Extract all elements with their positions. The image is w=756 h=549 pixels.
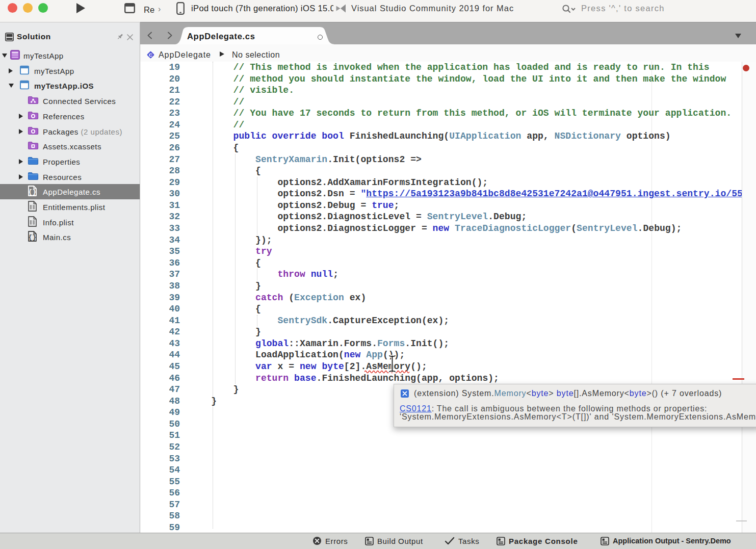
svg-text:C: C xyxy=(149,52,152,58)
svg-text:{}: {} xyxy=(28,234,36,241)
svg-text:{}: {} xyxy=(28,189,36,196)
